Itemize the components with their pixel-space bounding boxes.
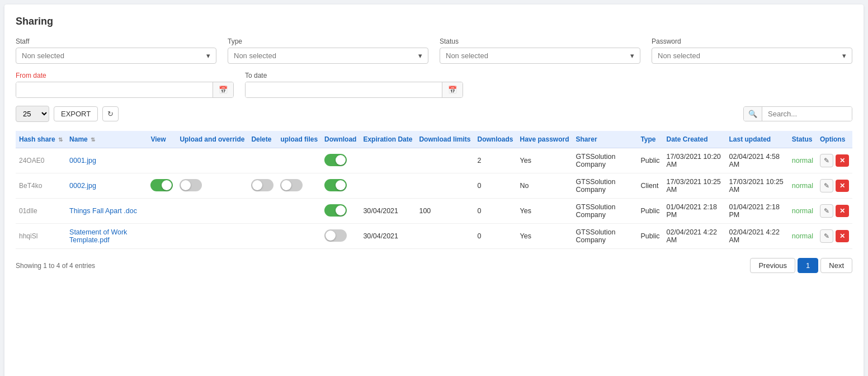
from-date-label: From date (16, 72, 234, 79)
options-buttons: ✎ ✕ (820, 154, 849, 167)
password-label: Password (652, 37, 852, 45)
staff-select[interactable]: Non selected ▾ (16, 48, 216, 64)
downloads-count: 2 (477, 157, 481, 164)
col-name: Name ⇅ (66, 131, 147, 148)
page-wrapper: Sharing Staff Non selected ▾ Type Non se… (4, 4, 864, 376)
toggle[interactable] (180, 179, 202, 191)
have-password: Yes (520, 157, 531, 164)
edit-button[interactable]: ✎ (820, 204, 833, 218)
to-date-label: To date (245, 72, 463, 79)
toolbar-left: 25 50 100 EXPORT ↻ (16, 106, 119, 122)
name-cell[interactable]: Statement of Work Template.pdf (69, 228, 127, 244)
col-date-created: Date Created (663, 131, 725, 148)
to-date-group: To date 📅 (245, 72, 463, 98)
col-view: View (147, 131, 176, 148)
password-select[interactable]: Non selected ▾ (652, 48, 852, 64)
toggle[interactable] (324, 154, 347, 166)
pagination: Showing 1 to 4 of 4 entries Previous 1 N… (16, 258, 852, 273)
delete-button[interactable]: ✕ (836, 205, 849, 217)
toggle[interactable] (280, 179, 303, 191)
password-select-value: Non selected (658, 51, 700, 60)
export-button[interactable]: EXPORT (54, 106, 98, 121)
sharer: GTSSolution Company (576, 203, 616, 219)
expiration-date: 30/04/2021 (363, 232, 398, 240)
per-page-select[interactable]: 25 50 100 (16, 106, 49, 122)
date-row: From date 📅 To date 📅 (16, 72, 852, 98)
name-cell[interactable]: 0002.jpg (69, 182, 96, 190)
type-select[interactable]: Non selected ▾ (228, 48, 428, 64)
page-1-button[interactable]: 1 (798, 258, 818, 273)
table-row: hhqiSlStatement of Work Template.pdf30/0… (16, 224, 852, 249)
next-button[interactable]: Next (820, 258, 852, 273)
name-cell[interactable]: 0001.jpg (69, 157, 96, 164)
refresh-button[interactable]: ↻ (102, 106, 119, 121)
toggle[interactable] (324, 229, 347, 242)
status-badge: normal (792, 182, 813, 190)
col-delete: Delete (248, 131, 277, 148)
pagination-info: Showing 1 to 4 of 4 entries (16, 262, 95, 270)
col-sharer: Sharer (573, 131, 638, 148)
col-options: Options (817, 131, 852, 148)
col-have-password: Have password (516, 131, 572, 148)
downloads-count: 0 (477, 182, 481, 190)
last-updated: 17/03/2021 10:25 AM (729, 178, 783, 194)
col-hash-share: Hash share ⇅ (16, 131, 66, 148)
from-date-group: From date 📅 (16, 72, 234, 98)
status-badge: normal (792, 232, 813, 240)
edit-button[interactable]: ✎ (820, 179, 833, 192)
type: Public (640, 207, 659, 215)
have-password: No (520, 182, 529, 190)
col-last-updated: Last updated (725, 131, 788, 148)
search-icon[interactable]: 🔍 (744, 107, 762, 121)
have-password: Yes (520, 232, 531, 240)
previous-button[interactable]: Previous (750, 258, 795, 273)
col-expiration-date: Expiration Date (360, 131, 416, 148)
date-created: 17/03/2021 10:25 AM (666, 178, 720, 194)
status-dropdown-arrow: ▾ (630, 51, 634, 60)
download-limits: 100 (419, 207, 431, 215)
name-cell[interactable]: Things Fall Apart .doc (69, 207, 137, 215)
filters-row: Staff Non selected ▾ Type Non selected ▾… (16, 37, 852, 64)
edit-button[interactable]: ✎ (820, 229, 833, 243)
date-created: 02/04/2021 4:22 AM (666, 228, 716, 244)
sharer: GTSSolution Company (576, 178, 616, 194)
options-buttons: ✎ ✕ (820, 179, 849, 192)
col-download: Download (321, 131, 360, 148)
table-row: BeT4ko0002.jpg0NoGTSSolution CompanyClie… (16, 173, 852, 199)
hash-cell: 01dIle (19, 207, 37, 215)
hash-cell: hhqiSl (19, 232, 37, 240)
options-cell: ✎ ✕ (817, 224, 852, 249)
col-download-limits: Download limits (416, 131, 474, 148)
toggle[interactable] (251, 179, 273, 191)
search-input[interactable] (762, 107, 852, 121)
delete-button[interactable]: ✕ (836, 180, 849, 192)
last-updated: 02/04/2021 4:22 AM (729, 228, 779, 244)
search-wrap: 🔍 (743, 106, 852, 121)
from-date-input-wrap: 📅 (16, 82, 234, 98)
type: Client (640, 182, 658, 190)
col-upload-files: upload files (277, 131, 321, 148)
table-row: 01dIleThings Fall Apart .doc30/04/202110… (16, 199, 852, 224)
toggle[interactable] (150, 179, 173, 191)
options-buttons: ✎ ✕ (820, 204, 849, 218)
type-filter-group: Type Non selected ▾ (228, 37, 428, 64)
staff-dropdown-arrow: ▾ (206, 51, 210, 60)
toggle[interactable] (324, 204, 347, 217)
type: Public (640, 157, 659, 164)
last-updated: 01/04/2021 2:18 PM (729, 203, 779, 219)
expiration-date: 30/04/2021 (363, 207, 398, 215)
password-dropdown-arrow: ▾ (842, 51, 846, 60)
options-cell: ✎ ✕ (817, 148, 852, 173)
edit-button[interactable]: ✎ (820, 154, 833, 167)
to-date-input[interactable] (246, 82, 442, 97)
delete-button[interactable]: ✕ (836, 230, 849, 242)
toggle[interactable] (324, 179, 347, 191)
to-date-calendar-icon[interactable]: 📅 (442, 82, 463, 97)
hash-cell: BeT4ko (19, 182, 42, 190)
options-cell: ✎ ✕ (817, 199, 852, 224)
from-date-calendar-icon[interactable]: 📅 (213, 82, 233, 97)
from-date-input[interactable] (16, 82, 213, 97)
options-cell: ✎ ✕ (817, 173, 852, 199)
status-select[interactable]: Non selected ▾ (440, 48, 640, 64)
delete-button[interactable]: ✕ (836, 154, 849, 167)
